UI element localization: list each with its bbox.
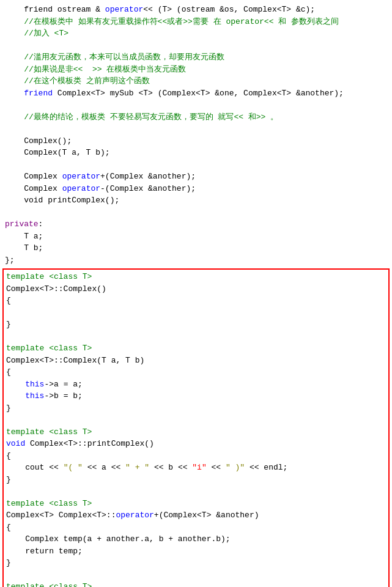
code-line [6, 569, 386, 581]
code-line: Complex<T>::Complex(T a, T b) [6, 355, 386, 367]
code-line: } [6, 402, 386, 415]
highlighted-code-content: template <class T>Complex<T>::Complex(){… [6, 271, 386, 587]
code-line [6, 331, 386, 343]
code-line: Complex temp(a + another.a, b + another.… [6, 533, 386, 545]
code-line [6, 485, 386, 498]
code-line: template <class T> [6, 271, 386, 283]
code-line: T a; [5, 231, 387, 243]
code-line: template <class T> [6, 581, 386, 587]
code-line [5, 123, 387, 135]
code-line: this->b = b; [6, 390, 386, 402]
code-line: { [6, 366, 386, 378]
code-line: friend Complex<T> mySub <T> (Complex<T> … [5, 87, 387, 100]
code-line [6, 307, 386, 319]
code-line: Complex operator-(Complex &another); [5, 183, 387, 195]
code-line: template <class T> [6, 342, 386, 355]
code-line: private: [5, 218, 387, 231]
highlighted-code-section: template <class T>Complex<T>::Complex(){… [2, 268, 390, 587]
code-line: friend ostream & operator<< (T> (ostream… [5, 4, 387, 16]
code-line: } [6, 319, 386, 331]
code-line [5, 207, 387, 219]
code-container: friend ostream & operator<< (T> (ostream… [0, 0, 392, 587]
code-line: //滥用友元函数，本来可以当成员函数，却要用友元函数 [5, 51, 387, 64]
top-code-section: friend ostream & operator<< (T> (ostream… [0, 2, 392, 267]
code-line: }; [5, 254, 387, 267]
code-line: void Complex<T>::printComplex() [6, 438, 386, 450]
code-line: //如果说是非<< >> 在模板类中当友元函数 [5, 64, 387, 76]
code-line [5, 99, 387, 111]
code-line: Complex operator+(Complex &another); [5, 171, 387, 183]
code-line [6, 414, 386, 426]
code-line: } [6, 474, 386, 486]
code-line: { [6, 522, 386, 534]
code-line: void printComplex(); [5, 194, 387, 207]
code-line: template <class T> [6, 426, 386, 438]
code-line: Complex<T> Complex<T>::operator+(Complex… [6, 509, 386, 522]
code-line: { [6, 450, 386, 462]
code-line: cout << "( " << a << " + " << b << "i" <… [6, 462, 386, 474]
code-line [5, 159, 387, 171]
code-line: //在这个模板类 之前声明这个函数 [5, 75, 387, 87]
code-line: T b; [5, 242, 387, 254]
code-line: Complex<T>::Complex() [6, 283, 386, 295]
code-line: this->a = a; [6, 378, 386, 391]
code-line: template <class T> [6, 498, 386, 510]
code-line: //加入 <T> [5, 28, 387, 40]
code-line: //最终的结论，模板类 不要轻易写友元函数，要写的 就写<< 和>> 。 [5, 111, 387, 124]
code-line: //在模板类中 如果有友元重载操作符<<或者>>需要 在 operator<< … [5, 16, 387, 28]
code-line: Complex(T a, T b); [5, 147, 387, 159]
code-line: Complex(); [5, 135, 387, 147]
code-line [5, 40, 387, 52]
code-line: { [6, 295, 386, 307]
code-line: return temp; [6, 545, 386, 558]
code-line: } [6, 557, 386, 569]
